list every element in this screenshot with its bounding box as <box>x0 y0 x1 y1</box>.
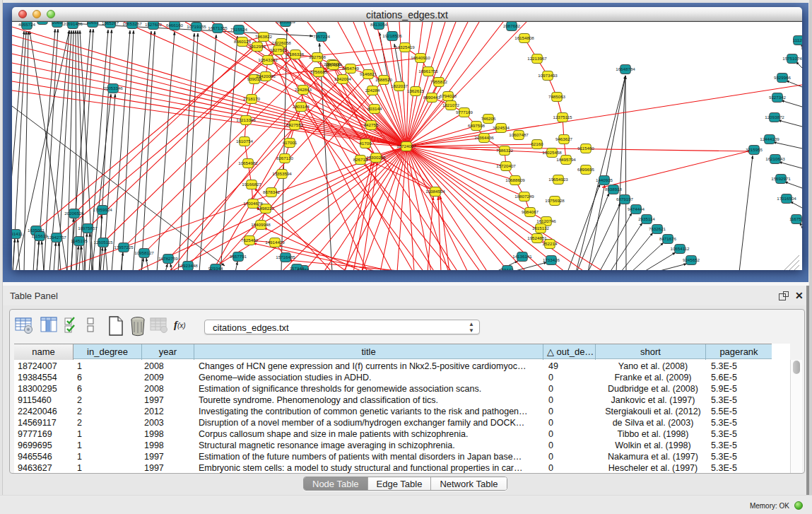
svg-text:2718170: 2718170 <box>243 96 261 101</box>
svg-text:6899695: 6899695 <box>577 167 595 172</box>
svg-text:19384554: 19384554 <box>425 189 445 194</box>
svg-text:8660124: 8660124 <box>234 39 252 44</box>
svg-text:23226058: 23226058 <box>271 40 291 45</box>
svg-text:16033809: 16033809 <box>276 22 295 24</box>
svg-text:16120746: 16120746 <box>536 218 556 223</box>
svg-text:7515524: 7515524 <box>230 27 248 32</box>
svg-text:15409948: 15409948 <box>251 222 271 227</box>
svg-text:746206: 746206 <box>481 116 496 121</box>
svg-text:1115619: 1115619 <box>31 233 48 238</box>
svg-text:6497508: 6497508 <box>468 123 486 128</box>
svg-text:7632621: 7632621 <box>649 226 666 231</box>
svg-text:8678342: 8678342 <box>263 189 281 194</box>
svg-text:16961755: 16961755 <box>418 69 438 74</box>
svg-text:826713: 826713 <box>353 157 368 162</box>
svg-text:8756685: 8756685 <box>310 69 328 74</box>
svg-text:842755: 842755 <box>364 122 379 127</box>
svg-text:1621072: 1621072 <box>442 103 460 107</box>
svg-text:9463627: 9463627 <box>555 136 573 141</box>
svg-text:8813054: 8813054 <box>370 22 388 27</box>
svg-text:1733426: 1733426 <box>543 257 560 262</box>
svg-text:10975857: 10975857 <box>78 226 98 230</box>
svg-text:20364436: 20364436 <box>474 135 494 140</box>
svg-text:1145195: 1145195 <box>71 238 88 243</box>
svg-text:16154808: 16154808 <box>514 35 534 40</box>
svg-text:9327503: 9327503 <box>270 47 288 52</box>
svg-text:7625402: 7625402 <box>241 238 259 243</box>
svg-text:10958127: 10958127 <box>134 250 154 255</box>
svg-text:19218506: 19218506 <box>382 33 402 38</box>
svg-text:16648784: 16648784 <box>616 66 635 71</box>
svg-text:6794028: 6794028 <box>440 93 457 98</box>
svg-text:9329966: 9329966 <box>774 75 792 80</box>
svg-text:17957225: 17957225 <box>114 245 134 250</box>
svg-text:9084067: 9084067 <box>522 209 539 214</box>
svg-text:20691406: 20691406 <box>63 22 83 26</box>
svg-text:224284: 224284 <box>365 88 380 93</box>
svg-text:16671355: 16671355 <box>208 25 228 30</box>
svg-text:929344: 929344 <box>208 266 223 270</box>
svg-text:18300295: 18300295 <box>366 155 386 160</box>
svg-text:8938918: 8938918 <box>605 187 623 192</box>
svg-text:18807249: 18807249 <box>514 194 534 199</box>
svg-text:6466160: 6466160 <box>166 23 184 28</box>
svg-text:12093872: 12093872 <box>765 115 784 119</box>
svg-text:2342004: 2342004 <box>334 76 352 81</box>
svg-text:417001: 417001 <box>283 140 298 145</box>
svg-text:3215955: 3215955 <box>746 147 763 152</box>
svg-text:14914479: 14914479 <box>265 240 285 245</box>
svg-text:20206526: 20206526 <box>64 211 84 216</box>
svg-text:9327508: 9327508 <box>309 54 326 59</box>
svg-text:2935114: 2935114 <box>638 216 655 221</box>
svg-text:939012: 939012 <box>247 76 262 81</box>
svg-text:13325419: 13325419 <box>395 45 415 49</box>
svg-text:9146821: 9146821 <box>360 71 377 76</box>
svg-text:8454749: 8454749 <box>342 66 360 71</box>
svg-text:12375115: 12375115 <box>553 115 572 119</box>
svg-text:1440935: 1440935 <box>596 177 613 182</box>
svg-text:10653: 10653 <box>86 22 99 25</box>
svg-text:1635001: 1635001 <box>28 228 45 233</box>
svg-text:10025458: 10025458 <box>542 150 562 155</box>
svg-text:7986322: 7986322 <box>496 148 514 153</box>
svg-text:12213967: 12213967 <box>527 56 547 61</box>
svg-text:1362615: 1362615 <box>407 88 425 93</box>
svg-text:9777169: 9777169 <box>456 110 473 115</box>
svg-text:116753: 116753 <box>789 216 802 221</box>
svg-text:93442: 93442 <box>501 267 514 270</box>
svg-text:18724007: 18724007 <box>396 144 416 148</box>
svg-text:7463822: 7463822 <box>255 34 273 39</box>
svg-text:9227342: 9227342 <box>769 95 787 100</box>
svg-text:6879197: 6879197 <box>616 197 634 201</box>
svg-text:10654982: 10654982 <box>238 160 258 165</box>
svg-text:10543342: 10543342 <box>258 57 278 62</box>
svg-text:391411: 391411 <box>12 231 23 236</box>
svg-text:10688609: 10688609 <box>505 177 525 182</box>
svg-text:157344: 157344 <box>290 266 305 270</box>
svg-text:10653267: 10653267 <box>122 22 142 26</box>
svg-text:19524851: 19524851 <box>527 235 547 240</box>
svg-text:3624534: 3624534 <box>493 125 510 130</box>
svg-text:10654112: 10654112 <box>670 246 690 251</box>
svg-text:15751074: 15751074 <box>782 56 802 61</box>
svg-text:803144: 803144 <box>367 106 382 111</box>
svg-text:10719155: 10719155 <box>187 24 206 29</box>
svg-text:9245652: 9245652 <box>683 257 700 262</box>
svg-text:2087682: 2087682 <box>503 23 521 28</box>
svg-text:11120: 11120 <box>793 37 802 42</box>
svg-text:8427552: 8427552 <box>286 122 304 127</box>
svg-text:10973493: 10973493 <box>538 73 558 78</box>
svg-text:17359924: 17359924 <box>93 207 112 212</box>
svg-text:20053346: 20053346 <box>103 86 123 90</box>
svg-text:3912954: 3912954 <box>249 44 266 49</box>
svg-text:15720407: 15720407 <box>496 163 516 168</box>
svg-text:1822037: 1822037 <box>391 83 408 88</box>
svg-text:19166827: 19166827 <box>242 182 261 187</box>
svg-text:2803144: 2803144 <box>293 104 310 109</box>
svg-text:9474444: 9474444 <box>628 206 645 211</box>
svg-text:1054334: 1054334 <box>325 62 343 67</box>
svg-text:8267130: 8267130 <box>276 156 294 160</box>
svg-text:16210643: 16210643 <box>765 156 785 161</box>
svg-text:7955812: 7955812 <box>430 79 448 84</box>
svg-text:12923448: 12923448 <box>178 263 198 268</box>
